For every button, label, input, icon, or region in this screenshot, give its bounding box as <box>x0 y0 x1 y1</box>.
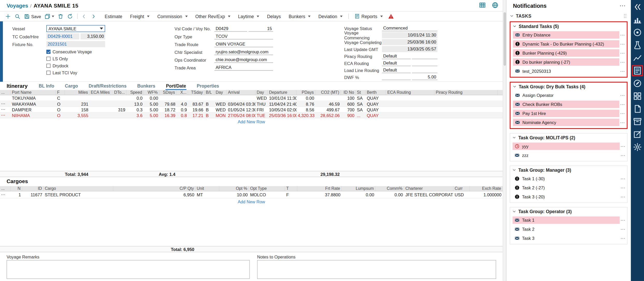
task-menu-icon[interactable]: ··· <box>619 42 626 46</box>
task-item-assign-operator[interactable]: Assign Operator··· <box>511 91 627 100</box>
task-pill[interactable]: Task 2 <box>512 226 620 233</box>
task-pill[interactable]: Nominate Agency <box>513 119 619 126</box>
field-load-line-routing[interactable]: Default <box>382 67 411 73</box>
task-pill[interactable]: Bunker Planning (-429) <box>513 49 619 57</box>
checkbox-drydock[interactable] <box>46 63 50 68</box>
field-load-line-routing-secondary[interactable] <box>412 67 437 73</box>
cargoes-add-new-row-link[interactable]: Add New Row <box>238 199 265 204</box>
notifications-menu-icon[interactable]: ··· <box>620 3 626 9</box>
field-piracy-routing-secondary[interactable] <box>412 53 437 59</box>
row-menu-icon[interactable]: ··· <box>0 102 11 106</box>
task-pill[interactable]: yyy <box>512 142 620 150</box>
globe-icon[interactable] <box>492 2 499 9</box>
task-item-task-2[interactable]: Task 2··· <box>510 225 627 234</box>
task-pill[interactable]: Assign Operator <box>513 92 619 99</box>
task-menu-icon[interactable]: ··· <box>619 69 626 73</box>
field-trade-route[interactable]: OWN VOYAGE <box>214 41 273 47</box>
refresh-button[interactable] <box>67 13 73 19</box>
task-menu-icon[interactable]: ··· <box>619 102 626 106</box>
pencil-circle-icon[interactable] <box>633 79 642 88</box>
field-eca-routing-secondary[interactable] <box>412 60 437 66</box>
itinerary-row-niihama[interactable]: ···NIIHAMAO3,5553.65.0016.390.817.21BMON… <box>0 113 503 118</box>
task-item-nominate-agency[interactable]: Nominate Agency··· <box>511 118 627 127</box>
compose-icon[interactable] <box>633 130 642 139</box>
task-item-task-3[interactable]: Task 3··· <box>510 234 627 243</box>
task-item-task-1[interactable]: Task 1··· <box>510 216 627 225</box>
task-menu-icon[interactable]: ··· <box>620 194 626 199</box>
copy-button[interactable] <box>44 13 54 19</box>
task-pill[interactable]: zzz <box>512 152 620 159</box>
task-group-header[interactable]: Task Group: MOLIT-IPS (2) <box>510 133 627 142</box>
task-pill[interactable]: Task 1 <box>512 217 620 224</box>
tab-bl-info[interactable]: BL Info <box>38 83 55 90</box>
tc-code-link[interactable]: D0429-I0001 <box>46 33 79 39</box>
save-button[interactable]: Save <box>24 13 41 19</box>
toolbar-item-delays[interactable]: Delays <box>267 14 281 19</box>
checkbox-row-ls-only[interactable]: LS Only <box>12 55 175 62</box>
task-item-do-bunker-planning-27[interactable]: Do bunker planning (-27)··· <box>511 57 627 67</box>
itinerary-row-dampier[interactable]: ···DAMPIERO1583190.35.0018.720.919.66BWE… <box>0 107 503 112</box>
task-group-header[interactable]: Standard Tasks (5) <box>511 22 627 31</box>
toolbar-item-laytime[interactable]: Laytime <box>238 14 259 19</box>
field-opr-type[interactable]: TCOV <box>214 33 273 39</box>
field-piracy-routing[interactable]: Default <box>382 53 411 59</box>
task-item-check-bunker-robs[interactable]: Check Bunker ROBs··· <box>511 100 627 109</box>
breadcrumb[interactable]: Voyages <box>6 3 28 9</box>
add-button[interactable] <box>5 13 11 19</box>
task-pill[interactable]: Check Bunker ROBs <box>513 101 619 108</box>
field-voyage-status[interactable]: Commenced <box>382 25 437 31</box>
task-item-test-20250313[interactable]: test_20250313··· <box>511 67 627 76</box>
task-item-bunker-planning-429[interactable]: Bunker Planning (-429)··· <box>511 48 627 57</box>
checkbox-row-drydock[interactable]: Drydock <box>12 62 175 69</box>
flask-icon[interactable] <box>633 41 642 50</box>
task-menu-icon[interactable]: ··· <box>620 153 626 157</box>
task-menu-icon[interactable]: ··· <box>620 185 626 190</box>
tab-properties[interactable]: Properties <box>196 83 219 90</box>
task-item-entry-distance[interactable]: Entry Distance··· <box>511 30 627 39</box>
itinerary-row-tokuyama[interactable]: TOKUYAMAC0.00.00WED10/01/24 11:300.00100… <box>0 95 503 101</box>
main-scrollbar-thumb[interactable] <box>503 12 506 66</box>
checkbox-consecutive-voyage[interactable] <box>46 49 50 54</box>
previous-button[interactable] <box>81 13 87 19</box>
vessel-dropdown[interactable]: AYANA SMILE <box>46 25 105 32</box>
task-menu-icon[interactable]: ··· <box>619 51 626 55</box>
next-button[interactable] <box>90 13 97 19</box>
field-trade-area[interactable]: AFRICA <box>214 64 273 71</box>
task-pill[interactable]: Task 3 <box>512 235 620 242</box>
line-chart-icon[interactable] <box>633 53 642 62</box>
task-item-task-1-30[interactable]: Task 1 (-30)··· <box>510 174 627 183</box>
toolbar-item-estimate[interactable]: Estimate <box>105 14 122 19</box>
task-pill[interactable]: Task 1 (-30) <box>512 175 620 183</box>
tab-port-date[interactable]: Port/Date <box>165 83 186 90</box>
toolbar-item-bunkers[interactable]: Bunkers <box>289 14 311 19</box>
field-eca-routing[interactable]: Default <box>382 60 411 66</box>
toolbar-item-other-rev-exp[interactable]: Other Rev/Exp <box>195 14 230 19</box>
task-item-dynamic-task-do-bunker-planning-432[interactable]: Dynamic Task - Do Bunker Planning (-432)… <box>511 39 627 48</box>
task-group-header[interactable]: Task Group: Dry Bulk Tasks (4) <box>511 83 627 91</box>
archive-icon[interactable] <box>633 117 642 126</box>
itinerary-row-wakayama[interactable]: ···WAKAYAMAO23113.05.0079.684.083.67BWED… <box>0 101 503 107</box>
drag-handle-icon[interactable] <box>623 13 628 19</box>
document-icon[interactable] <box>633 104 642 113</box>
tab-cargo[interactable]: Cargo <box>64 83 78 90</box>
collapse-icon[interactable] <box>633 3 642 12</box>
task-pill[interactable]: Do bunker planning (-27) <box>513 58 619 66</box>
grid-icon[interactable] <box>633 92 642 101</box>
checkbox-row-consecutive-voyage[interactable]: Consecutive Voyage <box>12 48 175 55</box>
task-pill[interactable]: Task 3 (-20) <box>512 193 620 200</box>
task-menu-icon[interactable]: ··· <box>620 176 626 181</box>
task-menu-icon[interactable]: ··· <box>619 111 626 116</box>
toolbar-item-reports[interactable]: Reports <box>354 13 383 19</box>
task-menu-icon[interactable]: ··· <box>619 93 626 97</box>
task-pill[interactable]: Entry Distance <box>513 31 619 39</box>
field-vsl-code-voy-no[interactable]: D0429 <box>214 25 247 32</box>
tab-bunkers[interactable]: Bunkers <box>137 83 156 90</box>
fixture-no-link[interactable]: 20231501 <box>46 41 105 47</box>
task-menu-icon[interactable]: ··· <box>620 144 626 148</box>
row-menu-icon[interactable]: ··· <box>0 113 11 117</box>
tab-draft-restrictions[interactable]: Draft/Restrictions <box>88 83 127 90</box>
notes-to-operations-textarea[interactable] <box>257 260 496 279</box>
task-menu-icon[interactable]: ··· <box>620 218 626 222</box>
checkbox-ls-only[interactable] <box>46 56 50 61</box>
search-button[interactable] <box>15 13 21 19</box>
